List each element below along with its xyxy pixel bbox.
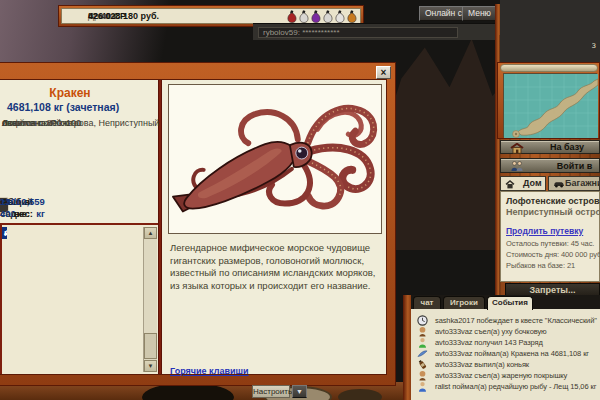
minimap-frame — [497, 62, 600, 139]
fish-weight: 4681,108 кг — [4, 228, 7, 238]
flask-purple-icon[interactable] — [310, 10, 321, 24]
desk-item — [338, 389, 382, 400]
minimap[interactable] — [503, 73, 597, 137]
fish-info-dialog: × Кракен 4681,108 кг (зачетная) о пойман… — [0, 62, 396, 386]
close-icon[interactable]: × — [376, 66, 391, 79]
tab-home-label: Дом — [523, 177, 542, 190]
events-panel: чат Игроки События sashka2017 побеждает … — [411, 295, 600, 400]
scroll-up-icon[interactable]: ▲ — [144, 227, 157, 239]
tab-trunk[interactable]: Багажник — [548, 176, 600, 191]
dropdown-button[interactable]: ▼ — [292, 385, 307, 398]
flask-icons-row — [286, 10, 357, 24]
flask-white-icon[interactable] — [334, 10, 345, 24]
stat-line: Стоимость дня: 400 000 руб. — [506, 250, 600, 259]
event-text: avto333vaz получил 143 Разряд — [435, 338, 543, 347]
top-buttons-row: Онлайн сервисы ? Меню — [365, 6, 497, 21]
game-screen: Время: 02:40 СР Деньги: 426 028 180 руб.… — [0, 0, 600, 400]
stat-line: Рыбаков на базе: 21 — [506, 261, 575, 270]
scrollbar-thumb[interactable] — [144, 333, 157, 359]
menu-button[interactable]: Меню — [462, 6, 497, 21]
rank-icon — [417, 337, 428, 348]
event-text: avto333vaz выпил(а) коньяк — [435, 360, 529, 369]
to-base-button[interactable]: На базу — [500, 140, 600, 154]
home-icon — [505, 180, 515, 189]
lofoten-map — [504, 74, 598, 138]
fish-title: Кракен — [0, 86, 140, 100]
people-icon — [510, 161, 524, 171]
map-scroll-roll — [500, 64, 598, 72]
location-line1: Лофотенские острова. — [506, 196, 600, 206]
flask-amber-icon[interactable] — [346, 10, 357, 24]
drink-icon — [417, 359, 428, 370]
fish-list-scrollbar[interactable]: ▲ ▼ — [143, 227, 157, 372]
login-panel: rybolov59: ************ — [253, 23, 500, 40]
flask-red-icon[interactable] — [286, 10, 297, 24]
cage-weight-value: 13010,559 кг — [0, 196, 45, 220]
house-icon — [510, 143, 524, 154]
status-bar-inner: Время: 02:40 СР Деньги: 426 028 180 руб. — [61, 8, 361, 24]
tab-events[interactable]: События — [487, 296, 533, 310]
to-base-label: На базу — [550, 141, 584, 154]
dialog-content: Кракен 4681,108 кг (зачетная) о поймана:… — [0, 79, 387, 375]
top-right-panel: з — [500, 0, 600, 62]
login-field[interactable]: rybolov59: ************ — [258, 27, 458, 38]
event-text: sashka2017 побеждает в квесте "Классичес… — [435, 316, 597, 325]
enter-hq-button[interactable]: Войти в штаб — [500, 158, 600, 173]
info-line: Ловится постоянно — [2, 118, 82, 130]
configure-button[interactable]: Настроить — [252, 385, 290, 398]
base-info-panel: Лофотенские острова. Неприступный остров… — [500, 191, 600, 282]
events-frame-edge — [403, 295, 411, 400]
catch-icon — [417, 348, 428, 359]
fish-list: о35,094 кгая рыба3,269 кгвоздушная67 грк… — [2, 227, 143, 372]
hotkeys-link[interactable]: Горячие клавиши — [170, 366, 248, 376]
person-icon — [417, 381, 428, 392]
flask-silver-icon[interactable] — [298, 10, 309, 24]
clipped-corner-text: з — [592, 40, 596, 50]
event-text: ralist поймал(а) редчайшую рыбу - Лещ 15… — [435, 382, 596, 391]
location-line2: Неприступный остров — [506, 207, 600, 217]
tab-players[interactable]: Игроки — [443, 296, 485, 309]
stat-line: Осталось путевки: 45 час. — [506, 239, 594, 248]
car-icon — [553, 180, 565, 188]
money-value: 426 028 180 руб. — [88, 11, 159, 21]
eat-icon — [417, 326, 428, 337]
kraken-illustration — [169, 85, 381, 233]
event-text: avto333vaz съел(а) жареную покрышку — [435, 371, 567, 380]
scroll-down-icon[interactable]: ▼ — [144, 360, 157, 372]
event-text: avto333vaz съел(а) уху бочковую — [435, 327, 547, 336]
events-tabs-bar: чат Игроки События — [411, 295, 600, 309]
fish-list-box: о35,094 кгая рыба3,269 кгвоздушная67 грк… — [0, 223, 158, 374]
extend-pass-link[interactable]: Продлить путевку — [506, 226, 583, 236]
tab-trunk-label: Багажник — [565, 177, 600, 190]
fish-weight-line: 4681,108 кг (зачетная) — [7, 101, 119, 113]
list-item[interactable]: н4681,108 кг — [2, 227, 7, 239]
event-text: avto333vaz поймал(а) Кракена на 4681,108… — [435, 349, 589, 358]
eat-icon — [417, 370, 428, 381]
tab-chat[interactable]: чат — [413, 296, 441, 309]
fish-description: Легендарное мифическое морское чудовище … — [170, 242, 381, 292]
tab-home[interactable]: Дом — [500, 176, 546, 191]
fish-image-panel — [168, 84, 382, 234]
flask-silver-icon[interactable] — [322, 10, 333, 24]
mountain-silhouette — [378, 30, 508, 250]
clock-icon — [417, 315, 428, 326]
